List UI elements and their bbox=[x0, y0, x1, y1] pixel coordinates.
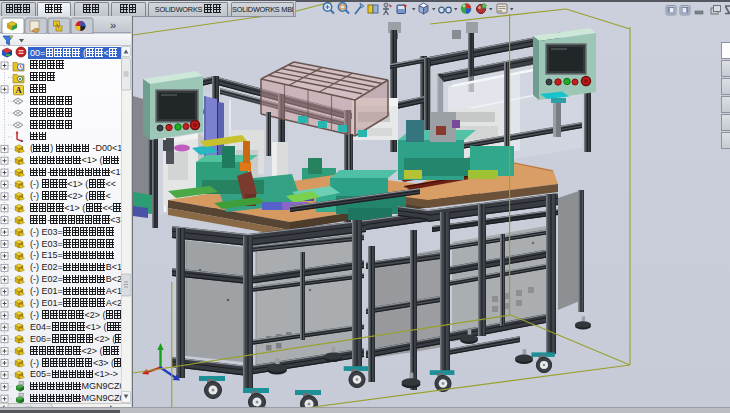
svg-text:»: » bbox=[110, 19, 116, 31]
svg-text:A: A bbox=[15, 85, 22, 95]
